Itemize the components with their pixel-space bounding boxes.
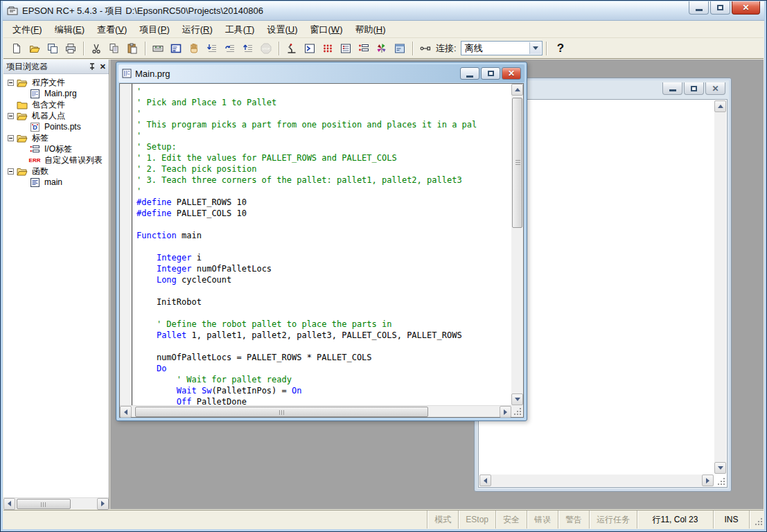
code-line[interactable]: #define PALLET_COLS 10	[136, 208, 511, 219]
tree-node-label[interactable]: I/O标签	[43, 143, 73, 155]
tree-node-user-errors[interactable]: ERR自定义错误列表	[5, 154, 109, 166]
code-line[interactable]	[136, 341, 511, 352]
code-line[interactable]: '	[136, 130, 511, 141]
code-line[interactable]: Do	[136, 363, 511, 374]
tree-node-functions[interactable]: 函数	[5, 166, 109, 177]
code-line[interactable]: Integer numOfPalletLocs	[136, 263, 511, 274]
menu-edit[interactable]: 编辑(E)	[49, 21, 91, 38]
robot-manager-icon[interactable]	[283, 40, 300, 57]
scroll-left-icon[interactable]	[3, 498, 15, 510]
scroll-down-icon[interactable]	[511, 393, 523, 405]
step-into-icon[interactable]	[204, 40, 220, 57]
paste-icon[interactable]	[124, 40, 141, 57]
code-line[interactable]: Off PalletDone	[136, 396, 511, 405]
menu-view[interactable]: 查看(V)	[91, 21, 133, 38]
jog-teach-icon[interactable]	[319, 40, 336, 57]
menu-window[interactable]: 窗口(W)	[304, 21, 349, 38]
close-button[interactable]: ✕	[732, 1, 760, 15]
explorer-hscrollbar[interactable]	[3, 497, 109, 509]
build-icon[interactable]	[150, 40, 166, 57]
collapse-icon[interactable]	[8, 168, 14, 175]
tree-node-label[interactable]: main	[43, 177, 64, 187]
tree-node-main-prg[interactable]: Main.prg	[5, 88, 109, 99]
io-monitor-icon[interactable]	[337, 40, 354, 57]
code-line[interactable]: ' Pick and Place 1 to Pallet	[136, 97, 511, 108]
code-line[interactable]	[136, 285, 511, 296]
menu-file[interactable]: 文件(F)	[6, 21, 49, 38]
collapse-icon[interactable]	[8, 113, 14, 119]
code-line[interactable]: '	[136, 86, 511, 97]
tree-node-main-func[interactable]: main	[5, 177, 109, 188]
code-line[interactable]: '	[136, 108, 511, 119]
collapse-icon[interactable]	[8, 80, 14, 86]
scroll-left-icon[interactable]	[120, 406, 132, 418]
explorer-hscroll-thumb[interactable]	[17, 499, 71, 509]
editor-close-button[interactable]: ✕	[502, 67, 521, 80]
step-over-icon[interactable]	[222, 40, 238, 57]
scroll-right-icon[interactable]	[702, 475, 714, 486]
connection-select[interactable]: 离线	[461, 41, 543, 55]
menu-project[interactable]: 项目(P)	[133, 21, 175, 38]
code-line[interactable]: Long cycleCount	[136, 274, 511, 285]
editor-vscroll-thumb[interactable]	[512, 98, 522, 228]
code-line[interactable]: Wait Sw(PalletInPos) = On	[136, 385, 511, 396]
code-line[interactable]: Function main	[136, 230, 511, 241]
code-line[interactable]: ' Setup:	[136, 141, 511, 152]
editor-hscroll-thumb[interactable]	[135, 407, 428, 417]
bg-close-button[interactable]: ✕	[705, 82, 725, 95]
code-line[interactable]: ' 1. Edit the values for PALLET_ROWS and…	[136, 152, 511, 163]
scroll-right-icon[interactable]	[500, 406, 511, 418]
code-line[interactable]: #define PALLET_ROWS 10	[136, 197, 511, 208]
panel-close-icon[interactable]: ✕	[100, 63, 106, 71]
scroll-right-icon[interactable]	[97, 498, 109, 510]
copy-icon[interactable]	[106, 40, 123, 57]
code-line[interactable]: Integer i	[136, 252, 511, 263]
tree-node-label[interactable]: 函数	[30, 166, 50, 177]
tree-node-label[interactable]: Main.prg	[43, 89, 78, 98]
statusbar-resize-grip[interactable]	[749, 511, 764, 529]
menu-run[interactable]: 运行(R)	[176, 21, 219, 38]
editor-minimize-button[interactable]	[460, 67, 479, 80]
code-line[interactable]: ' Wait for pallet ready	[136, 374, 511, 385]
tree-node-label[interactable]: 包含文件	[30, 99, 67, 111]
code-line[interactable]	[136, 241, 511, 252]
code-line[interactable]: '	[136, 186, 511, 197]
open-project-icon[interactable]	[44, 40, 61, 57]
cut-icon[interactable]	[88, 40, 105, 57]
tree-node-label[interactable]: 自定义错误列表	[43, 154, 104, 166]
code-line[interactable]	[136, 219, 511, 230]
breakpoint-margin[interactable]	[120, 84, 132, 405]
tree-node-robot-points[interactable]: 机器人点	[5, 110, 109, 121]
bg-restore-button[interactable]	[684, 82, 704, 95]
editor-vscrollbar[interactable]	[511, 84, 523, 405]
bg-hscrollbar[interactable]	[479, 475, 714, 486]
pin-icon[interactable]	[89, 63, 96, 71]
maximize-button[interactable]	[710, 1, 730, 15]
code-line[interactable]: numOfPalletLocs = PALLET_ROWS * PALLET_C…	[136, 352, 511, 363]
menu-setup[interactable]: 设置(U)	[261, 21, 303, 38]
resize-grip[interactable]	[716, 477, 725, 486]
simulator-icon[interactable]	[373, 40, 390, 57]
code-line[interactable]: ' This program picks a part from one pos…	[136, 119, 511, 130]
scroll-up-icon[interactable]	[511, 84, 523, 96]
chevron-down-icon[interactable]	[529, 42, 541, 54]
scroll-left-icon[interactable]	[479, 475, 491, 486]
editor-titlebar[interactable]: Main.prg ✕	[118, 64, 524, 82]
menu-help[interactable]: 帮助(H)	[349, 21, 391, 38]
editor-hscrollbar[interactable]	[120, 405, 511, 417]
operator-window-icon[interactable]	[168, 40, 184, 57]
io-labels-icon[interactable]	[355, 40, 372, 57]
code-line[interactable]	[136, 308, 511, 319]
scroll-down-icon[interactable]	[714, 462, 726, 474]
tree-node-label[interactable]: Points.pts	[43, 122, 82, 132]
scroll-up-icon[interactable]	[714, 100, 726, 112]
tree-node-points-pts[interactable]: DPoints.pts	[5, 121, 109, 132]
tree-node-labels[interactable]: 标签	[5, 132, 109, 143]
collapse-icon[interactable]	[8, 135, 14, 141]
tree-node-io-labels[interactable]: I/O标签	[5, 143, 109, 154]
stop-icon[interactable]: STOP	[258, 40, 274, 57]
help-button[interactable]: ?	[550, 42, 571, 55]
code-line[interactable]: InitRobot	[136, 296, 511, 308]
tree-node-label[interactable]: 程序文件	[30, 77, 67, 89]
code-line[interactable]: ' 3. Teach three corners of the pallet: …	[136, 175, 511, 186]
